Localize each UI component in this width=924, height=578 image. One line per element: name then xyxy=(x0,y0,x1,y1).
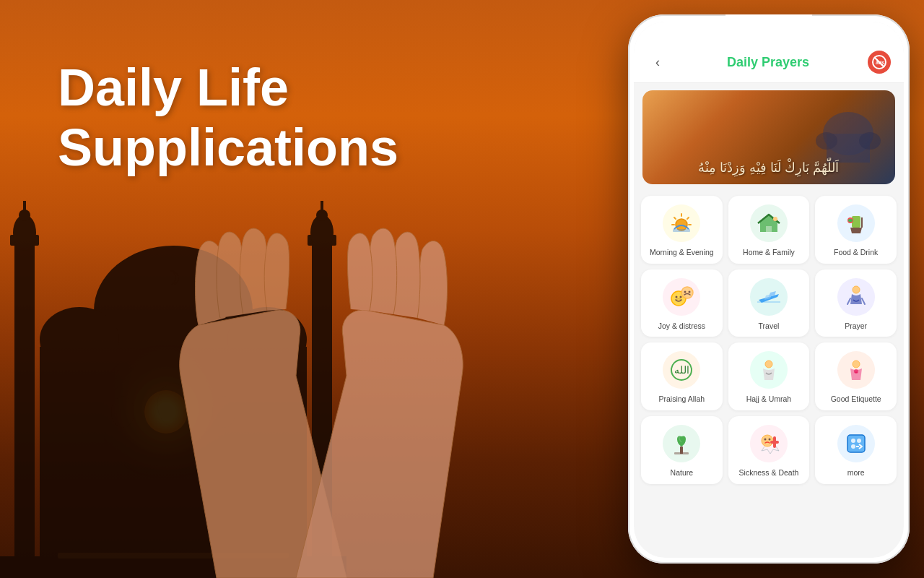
svg-text:الله: الله xyxy=(674,364,689,376)
svg-point-62 xyxy=(764,438,766,440)
nature-label: Nature xyxy=(671,468,694,478)
svg-point-47 xyxy=(681,287,693,298)
travel-label: Travel xyxy=(759,322,780,332)
svg-rect-0 xyxy=(14,238,35,578)
svg-rect-65 xyxy=(770,441,779,444)
svg-rect-50 xyxy=(757,301,780,303)
more-icon xyxy=(837,425,875,462)
main-title: Daily Life Supplications xyxy=(58,58,398,178)
prayer-icon xyxy=(837,278,875,316)
category-sickness-death[interactable]: Sickness & Death xyxy=(728,416,810,484)
title-line2: Supplications xyxy=(58,118,398,176)
app-title: Daily Prayers xyxy=(727,55,809,70)
svg-line-33 xyxy=(687,217,689,219)
svg-point-63 xyxy=(768,438,770,440)
no-ads-icon: ads xyxy=(872,55,886,69)
praising-allah-label: Praising Allah xyxy=(659,394,705,405)
svg-point-29 xyxy=(816,132,837,150)
svg-point-61 xyxy=(762,435,773,447)
phone-mockup: ‹ Daily Prayers ads xyxy=(628,14,910,564)
svg-rect-38 xyxy=(766,226,772,232)
morning-evening-label: Morning & Evening xyxy=(650,248,714,258)
category-more[interactable]: more xyxy=(815,416,897,484)
categories-container: Morning & EveningHome & FamilyFood & Dri… xyxy=(634,191,904,558)
phone-notch xyxy=(725,14,812,35)
svg-point-58 xyxy=(854,369,858,374)
phone-screen: ‹ Daily Prayers ads xyxy=(634,22,904,558)
svg-point-45 xyxy=(676,296,678,298)
travel-icon xyxy=(750,278,788,316)
good-etiquette-label: Good Etiquette xyxy=(831,394,881,405)
category-morning-evening[interactable]: Morning & Evening xyxy=(641,196,723,264)
svg-point-51 xyxy=(853,286,860,293)
prayer-label: Prayer xyxy=(845,322,867,332)
svg-rect-66 xyxy=(847,435,865,452)
svg-rect-5 xyxy=(23,201,26,217)
morning-evening-icon xyxy=(663,204,700,242)
category-joy-distress[interactable]: Joy & distress xyxy=(641,269,723,337)
svg-point-69 xyxy=(857,439,861,443)
sickness-death-label: Sickness & Death xyxy=(739,468,799,478)
home-family-label: Home & Family xyxy=(743,248,795,258)
banner: اَللّٰهُمَّ بَارِكْ لَنَا فِيْهِ وَزِدْن… xyxy=(642,90,895,184)
svg-point-46 xyxy=(680,296,682,298)
category-prayer[interactable]: Prayer xyxy=(815,269,897,337)
category-good-etiquette[interactable]: Good Etiquette xyxy=(815,342,897,410)
title-line1: Daily Life xyxy=(58,59,289,116)
joy-distress-label: Joy & distress xyxy=(658,322,705,332)
svg-point-57 xyxy=(853,361,860,368)
category-food-drink[interactable]: Food & Drink xyxy=(815,196,897,264)
more-label: more xyxy=(847,468,865,478)
nature-icon xyxy=(663,425,700,462)
svg-point-39 xyxy=(773,217,777,221)
svg-line-52 xyxy=(847,298,850,304)
svg-point-42 xyxy=(848,219,853,222)
phone-body: ‹ Daily Prayers ads xyxy=(628,14,910,564)
joy-distress-icon xyxy=(663,278,700,316)
svg-line-36 xyxy=(674,217,676,219)
category-nature[interactable]: Nature xyxy=(641,416,723,484)
hajj-umrah-label: Hajj & Umrah xyxy=(746,394,791,405)
food-drink-label: Food & Drink xyxy=(834,248,878,258)
arabic-text: اَللّٰهُمَّ بَارِكْ لَنَا فِيْهِ وَزِدْن… xyxy=(691,160,846,176)
sickness-death-icon xyxy=(750,425,788,462)
svg-point-30 xyxy=(859,132,881,150)
svg-line-53 xyxy=(862,298,865,304)
category-praising-allah[interactable]: اللهPraising Allah xyxy=(641,342,723,410)
svg-text:ads: ads xyxy=(876,60,884,65)
category-hajj-umrah[interactable]: Hajj & Umrah xyxy=(728,342,810,410)
svg-rect-37 xyxy=(673,229,690,232)
ads-badge[interactable]: ads xyxy=(868,51,891,74)
food-drink-icon xyxy=(837,204,875,242)
category-travel[interactable]: Travel xyxy=(728,269,810,337)
back-button[interactable]: ‹ xyxy=(647,51,668,73)
hajj-umrah-icon xyxy=(750,351,788,389)
svg-rect-60 xyxy=(674,452,689,454)
praising-allah-icon: الله xyxy=(663,351,700,389)
svg-point-49 xyxy=(689,290,691,293)
svg-point-48 xyxy=(684,290,687,293)
categories-grid: Morning & EveningHome & FamilyFood & Dri… xyxy=(641,196,897,484)
good-etiquette-icon xyxy=(837,351,875,389)
category-home-family[interactable]: Home & Family xyxy=(728,196,810,264)
banner-dome xyxy=(812,94,884,166)
svg-point-68 xyxy=(851,439,855,443)
home-family-icon xyxy=(750,204,788,242)
svg-rect-40 xyxy=(852,216,860,228)
svg-point-70 xyxy=(851,444,855,449)
svg-point-56 xyxy=(765,361,772,368)
